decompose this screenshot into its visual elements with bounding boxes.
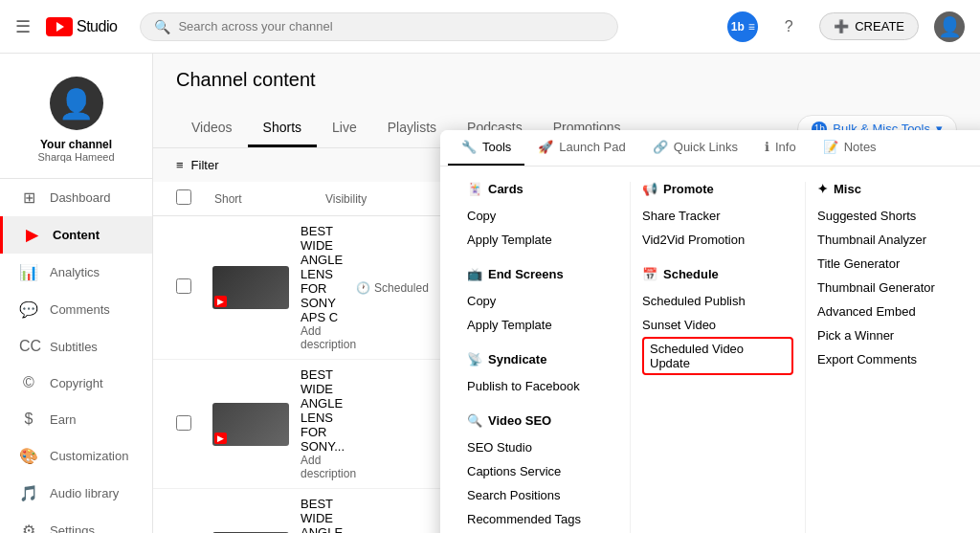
- end-screens-apply-template-item[interactable]: Apply Template: [467, 313, 618, 337]
- cards-copy-item[interactable]: Copy: [467, 204, 618, 228]
- sidebar-item-earn[interactable]: $ Earn: [0, 401, 152, 437]
- tools-icon: 🔧: [461, 140, 477, 154]
- sidebar-item-settings[interactable]: ⚙ Settings: [0, 512, 152, 533]
- misc-section: ✦ Misc Suggested Shorts Thumbnail Analyz…: [817, 182, 969, 371]
- search-positions-item[interactable]: Search Positions: [467, 483, 618, 507]
- popup-tab-tools-label: Tools: [482, 140, 511, 154]
- sidebar-item-label: Audio library: [50, 486, 119, 500]
- info-icon: ℹ: [765, 140, 769, 154]
- menu-icon[interactable]: ☰: [15, 16, 31, 37]
- popup-tab-launchpad[interactable]: 🚀 Launch Pad: [524, 130, 638, 166]
- syndicate-label: Syndicate: [488, 352, 546, 366]
- search-input[interactable]: [178, 19, 604, 33]
- share-tracker-item[interactable]: Share Tracker: [642, 204, 793, 228]
- subtitles-icon: CC: [19, 338, 38, 355]
- sidebar-item-comments[interactable]: 💬 Comments: [0, 291, 152, 328]
- header-right: 1b ≡ ? ➕ CREATE 👤: [727, 11, 965, 42]
- recommended-tags-item[interactable]: Recommended Tags: [467, 507, 618, 531]
- sidebar-item-label: Content: [53, 228, 100, 242]
- sidebar-item-dashboard[interactable]: ⊞ Dashboard: [0, 179, 152, 216]
- sidebar-item-subtitles[interactable]: CC Subtitles: [0, 328, 152, 365]
- vid2vid-item[interactable]: Vid2Vid Promotion: [642, 228, 793, 252]
- cards-icon: 🃏: [467, 182, 482, 196]
- help-icon: ?: [785, 18, 793, 35]
- schedule-label: Schedule: [663, 267, 719, 281]
- cards-apply-template-item[interactable]: Apply Template: [467, 228, 618, 252]
- create-button[interactable]: ➕ CREATE: [819, 12, 919, 40]
- pick-a-winner-item[interactable]: Pick a Winner: [817, 323, 969, 347]
- end-screens-copy-item[interactable]: Copy: [467, 289, 618, 313]
- suggested-shorts-item[interactable]: Suggested Shorts: [817, 204, 969, 228]
- main-content: Channel content Videos Shorts Live Playl…: [153, 54, 980, 533]
- popup-tab-info-label: Info: [775, 140, 796, 154]
- search-icon: 🔍: [154, 19, 170, 34]
- help-button[interactable]: ?: [773, 11, 804, 42]
- scheduled-publish-item[interactable]: Scheduled Publish: [642, 289, 793, 313]
- seo-studio-item[interactable]: SEO Studio: [467, 435, 618, 459]
- schedule-icon: 📅: [642, 267, 657, 281]
- misc-label: Misc: [834, 182, 861, 196]
- create-icon: ➕: [834, 19, 849, 33]
- header-left: ☰ Studio: [15, 16, 117, 37]
- popup-tab-launchpad-label: Launch Pad: [559, 140, 625, 154]
- quicklinks-icon: 🔗: [653, 140, 668, 154]
- sidebar-item-copyright[interactable]: © Copyright: [0, 365, 152, 401]
- publish-facebook-item[interactable]: Publish to Facebook: [467, 374, 618, 398]
- popup-overlay: 🔧 Tools 🚀 Launch Pad 🔗 Quick Links ℹ Inf…: [153, 54, 980, 533]
- sidebar-channel-name: Your channel: [40, 138, 112, 151]
- comments-icon: 💬: [19, 300, 38, 319]
- popup-tab-notes-label: Notes: [844, 140, 877, 154]
- sidebar-item-label: Subtitles: [50, 340, 98, 354]
- misc-icon: ✦: [817, 182, 828, 196]
- sidebar-item-customization[interactable]: 🎨 Customization: [0, 437, 152, 475]
- captions-service-item[interactable]: Captions Service: [467, 459, 618, 483]
- advanced-embed-item[interactable]: Advanced Embed: [817, 300, 969, 323]
- end-screens-section: 📺 End Screens Copy Apply Template: [467, 267, 618, 337]
- logo: Studio: [46, 17, 117, 36]
- sidebar-item-label: Earn: [50, 412, 76, 427]
- popup-tab-notes[interactable]: 📝 Notes: [810, 130, 890, 166]
- promote-section-title: 📢 Promote: [642, 182, 793, 196]
- popup-col-3: ✦ Misc Suggested Shorts Thumbnail Analyz…: [806, 182, 980, 533]
- popup-tab-quicklinks[interactable]: 🔗 Quick Links: [639, 130, 751, 166]
- settings-icon: ⚙: [19, 522, 38, 533]
- cards-label: Cards: [488, 182, 523, 196]
- sidebar-item-analytics[interactable]: 📊 Analytics: [0, 254, 152, 291]
- sidebar-item-content[interactable]: ▶ Content: [0, 216, 152, 254]
- promote-icon: 📢: [642, 182, 657, 196]
- channel-icon-label: 1b: [731, 20, 745, 33]
- layout: 👤 Your channel Sharqa Hameed ⊞ Dashboard…: [0, 54, 980, 533]
- popup-content: 🃏 Cards Copy Apply Template 📺 End Screen…: [440, 167, 980, 533]
- video-seo-section-title: 🔍 Video SEO: [467, 413, 618, 428]
- thumbnail-analyzer-item[interactable]: Thumbnail Analyzer: [817, 228, 969, 252]
- title-generator-item[interactable]: Title Generator: [817, 252, 969, 276]
- popup-tab-info[interactable]: ℹ Info: [751, 130, 810, 166]
- avatar[interactable]: 👤: [934, 11, 965, 42]
- popup-tabs-bar: 🔧 Tools 🚀 Launch Pad 🔗 Quick Links ℹ Inf…: [440, 130, 980, 167]
- export-comments-item[interactable]: Export Comments: [817, 347, 969, 371]
- search-bar[interactable]: 🔍: [140, 12, 618, 41]
- sidebar: 👤 Your channel Sharqa Hameed ⊞ Dashboard…: [0, 54, 153, 533]
- video-seo-section: 🔍 Video SEO SEO Studio Captions Service …: [467, 413, 618, 533]
- promote-label: Promote: [663, 182, 714, 196]
- sunset-video-item[interactable]: Sunset Video: [642, 313, 793, 337]
- scheduled-video-update-item[interactable]: Scheduled Video Update: [642, 337, 793, 375]
- sidebar-item-label: Customization: [50, 449, 128, 463]
- channel-icon-btn[interactable]: 1b ≡: [727, 11, 758, 42]
- end-screens-icon: 📺: [467, 267, 482, 281]
- sidebar-item-audio[interactable]: 🎵 Audio library: [0, 475, 152, 512]
- misc-section-title: ✦ Misc: [817, 182, 969, 196]
- cards-section-title: 🃏 Cards: [467, 182, 618, 196]
- popup-menu: 🔧 Tools 🚀 Launch Pad 🔗 Quick Links ℹ Inf…: [440, 130, 980, 533]
- schedule-section: 📅 Schedule Scheduled Publish Sunset Vide…: [642, 267, 793, 375]
- sidebar-channel-sub: Sharqa Hameed: [37, 151, 114, 163]
- thumbnail-generator-item[interactable]: Thumbnail Generator: [817, 276, 969, 300]
- studio-logo-text: Studio: [77, 18, 117, 35]
- video-seo-label: Video SEO: [488, 413, 551, 428]
- create-label: CREATE: [855, 19, 904, 33]
- sidebar-item-label: Comments: [50, 302, 110, 317]
- popup-tab-quicklinks-label: Quick Links: [674, 140, 738, 154]
- popup-tab-tools[interactable]: 🔧 Tools: [448, 130, 524, 166]
- popup-col-1: 🃏 Cards Copy Apply Template 📺 End Screen…: [456, 182, 631, 533]
- avatar-icon: 👤: [938, 15, 962, 38]
